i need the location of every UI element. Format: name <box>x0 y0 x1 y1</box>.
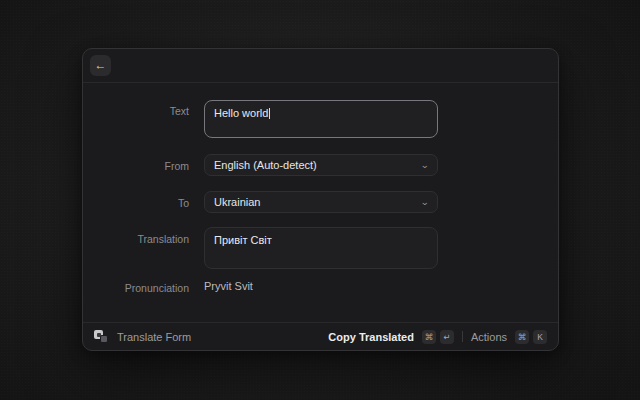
window-header: ← <box>83 49 558 83</box>
k-key-icon: K <box>533 330 547 344</box>
from-language-select[interactable]: English (Auto-detect) ⌄ <box>204 154 438 176</box>
translation-input[interactable]: Привіт Світ <box>204 227 438 269</box>
actions-button[interactable]: Actions ⌘ K <box>471 330 547 344</box>
translate-icon-front-square <box>100 335 108 343</box>
pronunciation-field-label: Pronunciation <box>103 282 189 294</box>
to-language-value: Ukrainian <box>214 196 260 208</box>
command-key-icon: ⌘ <box>422 330 436 344</box>
translate-app-icon <box>94 330 108 343</box>
to-field-label: To <box>103 197 189 209</box>
text-input[interactable]: Hello world <box>204 100 438 138</box>
status-bar-actions: Copy Translated ⌘ ↵ Actions ⌘ K <box>328 330 547 344</box>
text-field-label: Text <box>103 105 189 117</box>
from-language-value: English (Auto-detect) <box>214 159 317 171</box>
copy-translated-button[interactable]: Copy Translated ⌘ ↵ <box>328 330 454 344</box>
pronunciation-value: Pryvit Svit <box>204 280 253 292</box>
return-key-icon: ↵ <box>440 330 454 344</box>
status-bar: Translate Form Copy Translated ⌘ ↵ Actio… <box>83 322 558 350</box>
actions-divider <box>462 331 463 342</box>
translate-form-window: ← Text Hello world From English (Auto-de… <box>82 48 559 351</box>
chevron-down-icon: ⌄ <box>421 161 430 170</box>
command-title: Translate Form <box>117 331 191 343</box>
text-input-value: Hello world <box>214 107 268 119</box>
chevron-down-icon: ⌄ <box>421 198 430 207</box>
from-field-label: From <box>103 160 189 172</box>
text-cursor <box>269 108 270 119</box>
copy-translated-label: Copy Translated <box>328 331 414 343</box>
to-language-select[interactable]: Ukrainian ⌄ <box>204 191 438 213</box>
back-button[interactable]: ← <box>90 55 111 76</box>
back-arrow-icon: ← <box>95 58 107 72</box>
translation-field-label: Translation <box>103 233 189 245</box>
desktop-background: ← Text Hello world From English (Auto-de… <box>0 0 640 400</box>
command-key-icon: ⌘ <box>515 330 529 344</box>
actions-label: Actions <box>471 331 507 343</box>
translation-value: Привіт Світ <box>214 234 272 246</box>
